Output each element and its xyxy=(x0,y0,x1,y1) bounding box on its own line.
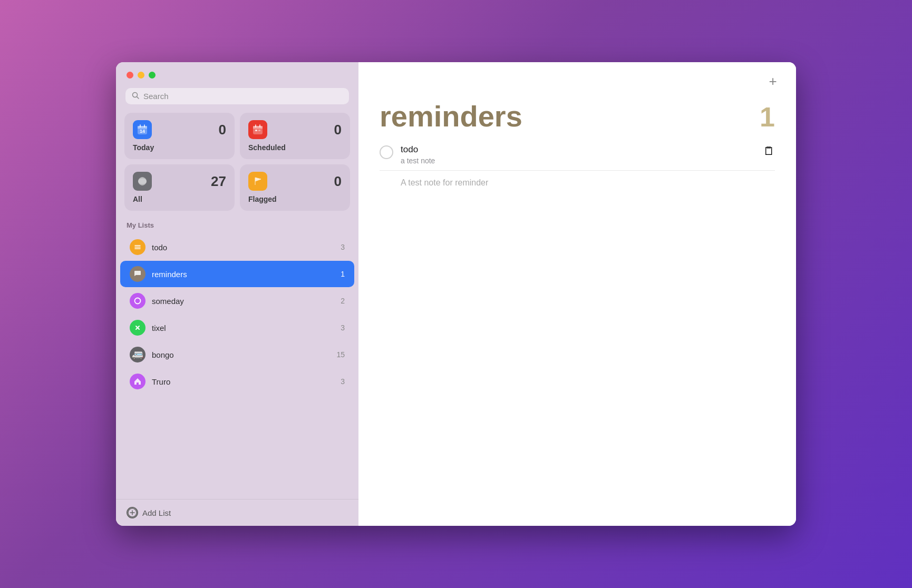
all-icon xyxy=(133,172,152,191)
reminders-list-count: 1 xyxy=(341,270,345,278)
add-list-label: Add List xyxy=(142,508,171,517)
list-item-truro[interactable]: Truro 3 xyxy=(120,368,354,395)
main-content: + reminders 1 todo a test note 🗒 A test … xyxy=(358,62,796,526)
todo-list-count: 3 xyxy=(341,243,345,251)
tixel-list-icon xyxy=(130,320,145,336)
close-button[interactable] xyxy=(127,72,133,79)
list-title: reminders 1 xyxy=(380,100,775,133)
smart-list-all[interactable]: 27 All xyxy=(124,164,235,211)
today-icon: 14 xyxy=(133,120,152,139)
list-title-count: 1 xyxy=(760,102,775,132)
svg-line-1 xyxy=(137,97,139,99)
someday-list-icon xyxy=(130,293,145,309)
reminder-checkbox[interactable] xyxy=(380,145,393,159)
reminder-content: todo a test note xyxy=(401,144,756,165)
main-header: + xyxy=(358,62,796,90)
list-items-container: todo 3 reminders 1 xyxy=(116,233,358,499)
list-title-text: reminders xyxy=(380,100,522,133)
truro-list-count: 3 xyxy=(341,377,345,386)
app-window: 14 0 Today xyxy=(116,62,796,526)
note-placeholder-text: A test note for reminder xyxy=(380,171,775,188)
flagged-count: 0 xyxy=(334,173,342,190)
sidebar: 14 0 Today xyxy=(116,62,358,526)
minimize-button[interactable] xyxy=(138,72,144,79)
smart-list-scheduled[interactable]: 0 Scheduled xyxy=(240,113,350,159)
flagged-label: Flagged xyxy=(248,195,342,203)
tixel-list-name: tixel xyxy=(152,324,334,332)
search-bar[interactable] xyxy=(125,88,349,104)
bongo-list-name: bongo xyxy=(152,350,330,359)
bongo-list-count: 15 xyxy=(336,350,345,359)
reminders-list-name: reminders xyxy=(152,270,334,279)
flagged-icon xyxy=(248,172,267,191)
bongo-list-icon: 🚐 xyxy=(130,347,145,362)
search-input[interactable] xyxy=(143,92,343,101)
list-item-someday[interactable]: someday 2 xyxy=(120,288,354,314)
smart-list-today[interactable]: 14 0 Today xyxy=(124,113,235,159)
reminder-item: todo a test note 🗒 xyxy=(380,136,775,171)
reminder-note: a test note xyxy=(401,156,756,165)
scheduled-count: 0 xyxy=(334,122,342,138)
todo-list-name: todo xyxy=(152,243,334,252)
my-lists-header: My Lists xyxy=(116,219,358,233)
add-reminder-button[interactable]: + xyxy=(764,73,781,90)
all-count: 27 xyxy=(211,173,226,190)
titlebar xyxy=(116,62,358,84)
svg-rect-12 xyxy=(258,130,260,131)
someday-list-name: someday xyxy=(152,297,334,306)
add-list-button[interactable]: Add List xyxy=(116,499,358,526)
smart-lists-grid: 14 0 Today xyxy=(116,113,358,219)
scheduled-icon xyxy=(248,120,267,139)
scheduled-label: Scheduled xyxy=(248,143,342,152)
today-label: Today xyxy=(133,143,226,152)
tixel-list-count: 3 xyxy=(341,324,345,332)
main-body: reminders 1 todo a test note 🗒 A test no… xyxy=(358,90,796,526)
smart-list-flagged[interactable]: 0 Flagged xyxy=(240,164,350,211)
search-icon xyxy=(132,92,139,101)
svg-text:14: 14 xyxy=(140,129,145,134)
truro-list-name: Truro xyxy=(152,377,334,386)
list-item-reminders[interactable]: reminders 1 xyxy=(120,261,354,287)
someday-list-count: 2 xyxy=(341,297,345,305)
maximize-button[interactable] xyxy=(149,72,156,79)
svg-rect-11 xyxy=(255,130,257,131)
list-item-todo[interactable]: todo 3 xyxy=(120,234,354,260)
reminder-title: todo xyxy=(401,144,756,155)
todo-list-icon xyxy=(130,239,145,255)
add-list-icon xyxy=(127,507,138,518)
all-label: All xyxy=(133,195,226,203)
list-item-bongo[interactable]: 🚐 bongo 15 xyxy=(120,341,354,368)
svg-point-16 xyxy=(135,298,141,304)
notes-icon[interactable]: 🗒 xyxy=(763,144,775,158)
truro-list-icon xyxy=(130,374,145,389)
reminders-list-icon xyxy=(130,266,145,282)
bongo-emoji: 🚐 xyxy=(132,349,143,360)
list-item-tixel[interactable]: tixel 3 xyxy=(120,315,354,341)
today-count: 0 xyxy=(219,122,226,138)
svg-rect-8 xyxy=(253,126,263,129)
reminder-actions: 🗒 xyxy=(763,144,775,158)
